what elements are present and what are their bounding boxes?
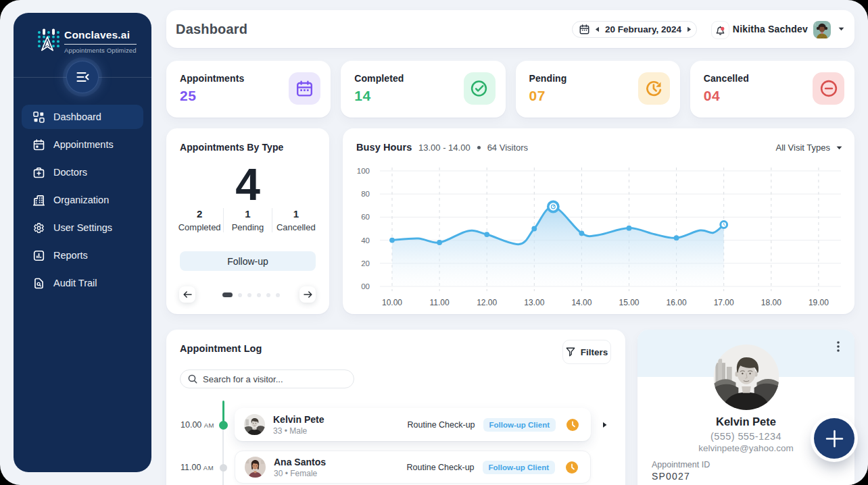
pager-prev-button[interactable] [179,286,195,303]
by-type-col-cancelled: 1Cancelled [272,208,320,232]
time-value: 11.00 [180,463,201,472]
audit-icon [33,278,45,289]
busy-hours-subtitle: 13.00 - 14.00 64 Visitors [418,143,528,153]
row-expand-caret[interactable] [602,422,607,428]
stat-card-pending: Pending 07 [516,61,680,118]
by-type-total: 4 [166,159,329,210]
header-bar: Dashboard 20 February, 2024 Nikitha Sach… [166,10,854,48]
sidebar-item-label: User Settings [53,222,112,233]
appointment-row-ana-santos[interactable]: Ana Santos 30 • Female Routine Check-up … [235,451,591,484]
patient-meta: 30 • Female [274,469,399,478]
filters-button[interactable]: Filters [562,340,611,364]
visit-type-filter-value: All Visit Types [776,143,830,153]
busy-hours-title: Busy Hours [356,142,412,153]
svg-text:18.00: 18.00 [761,298,781,307]
settings-icon [33,222,45,234]
by-type-count: 1 [272,208,320,220]
by-type-col-completed: 2Completed [176,208,223,232]
sidebar-item-label: Doctors [53,167,87,178]
doctors-icon [33,167,45,178]
sidebar-item-dashboard[interactable]: Dashboard [22,105,143,129]
appointment-log-title: Appointment Log [180,343,262,354]
sidebar-item-doctors[interactable]: Doctors [22,160,143,184]
appointment-id-label: Appointment ID [652,460,710,469]
stat-label: Pending [529,73,567,84]
page-title: Dashboard [176,22,247,37]
stat-value: 14 [354,88,370,104]
svg-text:80: 80 [361,190,370,198]
visitor-avatar [713,344,779,410]
sidebar-item-label: Dashboard [53,111,101,122]
pager-dot[interactable] [276,293,280,297]
clock-icon [566,419,579,431]
svg-text:00: 00 [361,282,370,290]
stat-label: Cancelled [704,73,749,84]
appointment-row-kelvin-pete[interactable]: Kelvin Pete 33 • Male Routine Check-up F… [235,408,591,441]
date-value: 20 February, 2024 [605,24,681,34]
visitor-search [180,369,354,388]
time-value: 10.00 [180,420,201,430]
logo-title: Conclaves.ai [64,29,137,45]
sidebar-item-label: Appointments [53,139,114,150]
dashboard-icon [33,111,45,123]
pager-dot[interactable] [257,293,261,297]
busy-hours-chart: 100806040200010.0011.0012.0013.0014.0015… [343,155,854,311]
pager-next-button[interactable] [299,286,316,303]
sidebar-item-audit-trail[interactable]: Audit Trail [22,271,143,295]
caret-down-icon [836,146,842,150]
sidebar-item-user-settings[interactable]: User Settings [22,215,143,240]
clock-refresh-icon [638,72,670,105]
logo-mark-icon [37,28,60,54]
stat-card-completed: Completed 14 [341,61,505,118]
date-next-button[interactable] [687,26,692,32]
user-avatar[interactable] [813,21,831,39]
date-prev-button[interactable] [595,26,600,32]
stat-label: Appointments [180,73,244,84]
stat-card-appointments: Appointments 25 [166,61,331,118]
pager-dot[interactable] [266,293,270,297]
patient-names: Kelvin Pete 33 • Male [273,414,400,436]
by-type-label: Completed [176,222,223,232]
logo-tagline: Appointments Optimized [64,47,137,54]
stat-value: 04 [704,88,720,104]
user-name: Nikitha Sachdev [733,24,808,34]
by-type-count: 1 [224,208,271,220]
minus-circle-icon [813,72,844,105]
pager-dot[interactable] [222,292,233,297]
svg-text:11.00: 11.00 [430,298,450,307]
add-appointment-fab[interactable] [814,418,854,459]
svg-text:16.00: 16.00 [667,298,687,307]
stat-label: Completed [354,73,404,84]
sidebar-item-appointments[interactable]: Appointments [22,132,143,157]
plus-icon [825,430,844,448]
kebab-menu-button[interactable] [831,339,846,354]
appointment-log-card: Appointment Log Filters 10.00 AM Kelvin … [166,330,625,485]
time-meridiem: AM [204,422,214,429]
svg-text:40: 40 [361,236,370,245]
pager-dot[interactable] [238,293,242,297]
visit-type-filter[interactable]: All Visit Types [776,143,842,153]
user-menu-caret[interactable] [838,27,844,31]
sidebar-collapse-button[interactable] [66,61,99,93]
pager-dot[interactable] [247,293,251,297]
bell-icon [715,24,726,36]
notifications-button[interactable] [711,21,729,39]
by-type-label: Cancelled [272,222,320,232]
timeline-time: 10.00 AM [180,420,222,430]
date-picker[interactable]: 20 February, 2024 [572,21,697,38]
filters-label: Filters [581,347,608,357]
svg-text:60: 60 [361,213,370,221]
svg-text:10.00: 10.00 [382,298,402,307]
sidebar-item-organization[interactable]: Organization [22,188,143,212]
client-badge: Follow-up Client [483,461,555,474]
stat-value: 07 [529,88,546,104]
timeline-line [222,401,224,485]
search-input[interactable] [203,374,346,384]
busy-hours-visitors: 64 Visitors [487,143,528,153]
sidebar-nav: DashboardAppointmentsDoctorsOrganization… [22,105,143,299]
busy-hours-range: 13.00 - 14.00 [418,143,471,153]
sidebar-item-reports[interactable]: Reports [22,243,143,267]
visit-type: Routine Check-up [407,463,475,472]
patient-meta: 33 • Male [273,426,400,436]
patient-avatar [244,414,265,435]
